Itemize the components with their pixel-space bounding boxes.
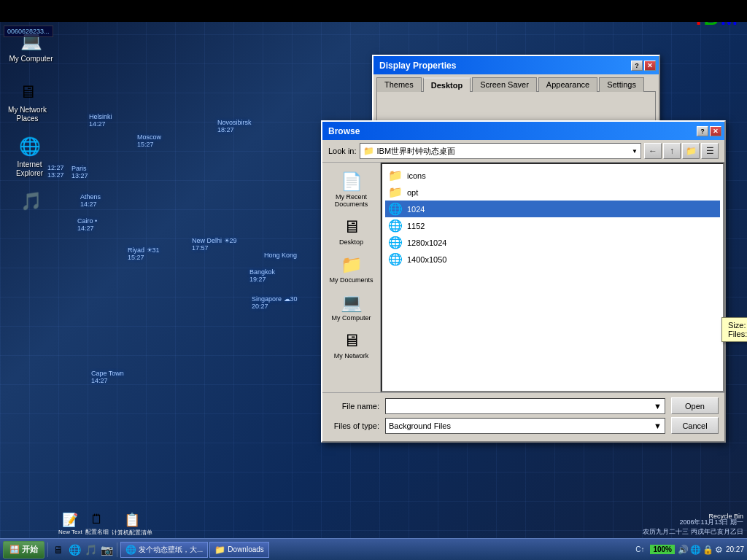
city-moscow: Moscow15:27: [137, 133, 161, 148]
taskbar-clock: 20:27: [726, 545, 744, 553]
info-box: 0060628233...: [4, 26, 53, 37]
look-in-combo[interactable]: 📁 IBM世界时钟动态桌面 ▼: [360, 143, 641, 159]
computer-config-icon: 📋: [124, 512, 140, 528]
combo-arrow-icon: ▼: [632, 148, 638, 155]
file-name-1152: 1152: [407, 222, 425, 230]
tab-screensaver[interactable]: Screen Saver: [472, 77, 537, 92]
tab-appearance[interactable]: Appearance: [538, 77, 597, 92]
media-icon: 🎵: [20, 190, 43, 213]
display-props-close-btn[interactable]: ✕: [644, 61, 656, 71]
browse-close-btn[interactable]: ✕: [710, 126, 721, 136]
my-documents-icon: 📁: [341, 254, 363, 275]
browse-filelist[interactable]: 📁 icons 📁 opt 🌐 1024 🌐 1152 🌐 128: [381, 163, 724, 392]
nav-view-btn[interactable]: ☰: [701, 143, 719, 159]
taskbar-btn-webpage[interactable]: 🌐 发个动态壁纸，大...: [120, 542, 208, 558]
browse-nav-buttons: ← ↑ 📁 ☰: [644, 143, 719, 159]
tab-desktop[interactable]: Desktop: [423, 77, 471, 92]
city-riyad: Riyad ☀3115:27: [128, 246, 160, 261]
nav-up-btn[interactable]: ↑: [663, 143, 681, 159]
tab-themes[interactable]: Themes: [376, 77, 422, 92]
recycle-bin-label: Recycle Bin: [708, 513, 743, 520]
folder-icon-opt: 📁: [388, 185, 403, 199]
file-name-opt: opt: [407, 188, 418, 197]
ql-icon-4[interactable]: 📷: [99, 542, 114, 557]
city-hongkong: Hong Kong: [264, 252, 297, 259]
my-documents-label: My Documents: [329, 276, 373, 284]
open-button[interactable]: Open: [671, 397, 719, 414]
file-item-1280[interactable]: 🌐 1280x1024: [385, 234, 720, 251]
desktop-icon-ie[interactable]: 🌐 Internet Explorer: [6, 135, 53, 178]
file-name-label: File name:: [328, 402, 379, 411]
my-network-icon: 🖥: [16, 80, 39, 104]
sidebar-computer-icon: 💻: [341, 292, 363, 313]
nav-back-btn[interactable]: ←: [644, 143, 662, 159]
tray-icon-2[interactable]: 🌐: [690, 545, 701, 555]
taskbar-icon-computer[interactable]: 📋 计算机配置清单: [112, 512, 152, 537]
ql-icon-1[interactable]: 🖥: [51, 542, 66, 557]
file-item-1152[interactable]: 🌐 1152: [385, 217, 720, 234]
computer-config-label: 计算机配置清单: [112, 529, 152, 537]
taskbar-icon-config[interactable]: 🗒 配置名细: [85, 512, 109, 537]
taskbar-btn-webpage-label: 发个动态壁纸，大...: [139, 545, 203, 555]
sidebar-desktop-icon: 🖥: [343, 217, 360, 237]
display-props-title: Display Properties: [379, 61, 631, 71]
file-item-1400[interactable]: 🌐 1400x1050: [385, 251, 720, 268]
zoom-indicator: 100%: [650, 545, 675, 554]
browse-body: 📄 My RecentDocuments 🖥 Desktop 📁 My Docu…: [322, 163, 724, 392]
display-props-help-btn[interactable]: ?: [631, 61, 643, 71]
cancel-button[interactable]: Cancel: [671, 417, 719, 434]
files-of-type-combo[interactable]: Background Files ▼: [385, 418, 665, 434]
sidebar-my-network[interactable]: 🖥 My Network: [326, 327, 377, 362]
config-label: 配置名细: [85, 528, 109, 536]
browse-dialog: Browse ? ✕ Look in: 📁 IBM世界时钟动态桌面 ▼ ← ↑ …: [321, 120, 726, 443]
tray-icon-4[interactable]: ⚙: [715, 545, 723, 555]
ql-icon-3[interactable]: 🎵: [83, 542, 98, 557]
desktop: IBM 0060628233... 💻 My Computer 🖥 My Net…: [0, 0, 747, 560]
file-name-input[interactable]: ▼: [385, 398, 665, 414]
bottom-taskbar: 🪟 开始 🖥 🌐 🎵 📷 🌐 发个动态壁纸，大... 📁 Downloads C…: [0, 538, 747, 560]
ie-label: Internet Explorer: [6, 160, 53, 178]
config-icon: 🗒: [90, 512, 104, 527]
top-taskbar: [0, 0, 747, 22]
taskbar-btn-downloads[interactable]: 📁 Downloads: [209, 542, 268, 558]
webpage-icon: 🌐: [125, 545, 136, 555]
file-item-icons[interactable]: 📁 icons: [385, 167, 720, 184]
nav-newfolder-btn[interactable]: 📁: [682, 143, 700, 159]
city-paris: Paris13:27: [71, 165, 88, 179]
tray-icon-1[interactable]: 🔊: [678, 545, 689, 555]
city-newdelhi: New Delhi ☀2917:57: [192, 237, 237, 252]
sidebar-my-computer[interactable]: 💻 My Computer: [326, 289, 377, 324]
downloads-icon: 📁: [214, 545, 225, 555]
my-computer-label: My Computer: [9, 55, 53, 63]
browse-titlebar: Browse ? ✕: [322, 122, 724, 140]
ql-icon-2[interactable]: 🌐: [67, 542, 82, 557]
tooltip-size: Size: 531 KB: [728, 321, 747, 330]
folder-icon: 📁: [363, 146, 374, 156]
desktop-icon-my-network[interactable]: 🖥 My Network Places: [4, 80, 51, 123]
browse-sidebar: 📄 My RecentDocuments 🖥 Desktop 📁 My Docu…: [322, 163, 381, 392]
taskbar-btn-downloads-label: Downloads: [228, 545, 263, 553]
sidebar-desktop[interactable]: 🖥 Desktop: [326, 214, 377, 249]
file-item-opt[interactable]: 📁 opt: [385, 184, 720, 201]
browse-help-btn[interactable]: ?: [697, 126, 708, 136]
browse-title: Browse: [328, 126, 697, 136]
sidebar-recent-docs[interactable]: 📄 My RecentDocuments: [326, 168, 377, 211]
desktop-icon-media[interactable]: 🎵: [7, 190, 55, 215]
taskbar-icon-text[interactable]: 📝 New Text: [58, 512, 82, 537]
html-icon-1400: 🌐: [388, 252, 403, 266]
files-of-type-arrow: ▼: [654, 421, 662, 430]
start-button[interactable]: 🪟 开始: [3, 541, 44, 559]
ie-icon: 🌐: [18, 135, 42, 158]
city-novosibirsk: Novosibirsk18:27: [217, 119, 252, 133]
taskbar-separator: [47, 542, 48, 557]
tab-settings[interactable]: Settings: [599, 77, 644, 92]
file-name-1280: 1280x1024: [407, 238, 446, 247]
new-text-label: New Text: [58, 529, 82, 535]
file-name-icons: icons: [407, 171, 426, 180]
sidebar-network-label: My Network: [334, 352, 369, 359]
recent-docs-icon: 📄: [341, 171, 363, 192]
folder-icon-icons: 📁: [388, 168, 403, 182]
tray-icon-3[interactable]: 🔒: [703, 545, 713, 555]
file-item-1024[interactable]: 🌐 1024: [385, 201, 720, 217]
sidebar-my-documents[interactable]: 📁 My Documents: [326, 252, 377, 287]
